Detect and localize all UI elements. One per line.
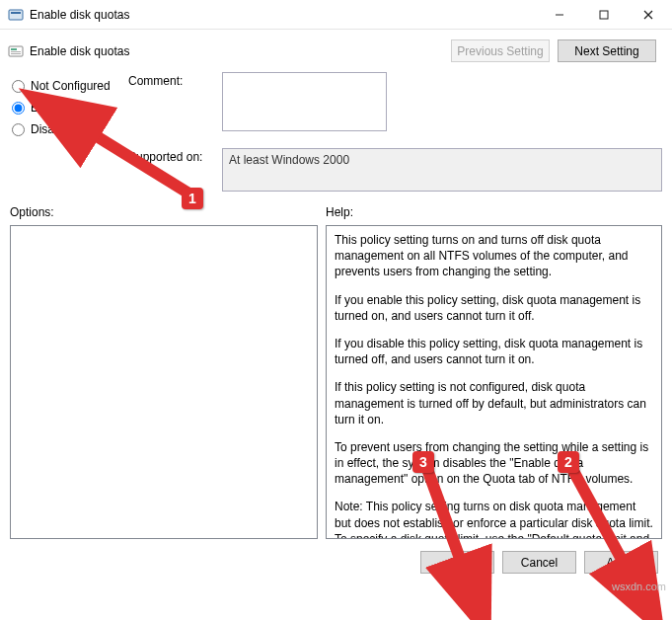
window-controls <box>537 0 670 29</box>
comment-input[interactable] <box>222 72 387 131</box>
cancel-button[interactable]: Cancel <box>502 551 576 574</box>
help-paragraph: Note: This policy setting turns on disk … <box>335 499 653 539</box>
radio-not-configured-input[interactable] <box>12 80 25 93</box>
help-paragraph: To prevent users from changing the setti… <box>335 439 653 488</box>
radio-not-configured[interactable]: Not Configured <box>10 75 128 97</box>
help-paragraph: If this policy setting is not configured… <box>335 379 653 427</box>
supported-on-label: Supported on: <box>128 148 222 164</box>
close-button[interactable] <box>626 0 670 29</box>
help-label: Help: <box>326 205 662 219</box>
svg-rect-3 <box>600 11 608 19</box>
radio-enabled-input[interactable] <box>12 102 25 115</box>
window-title: Enable disk quotas <box>30 8 537 22</box>
radio-disabled[interactable]: Disabled <box>10 118 128 140</box>
svg-rect-8 <box>11 51 21 52</box>
options-pane <box>10 225 318 539</box>
previous-setting-button[interactable]: Previous Setting <box>451 39 550 62</box>
titlebar: Enable disk quotas <box>0 0 672 30</box>
help-paragraph: If you disable this policy setting, disk… <box>335 336 653 367</box>
radio-disabled-input[interactable] <box>12 123 25 136</box>
supported-on-value: At least Windows 2000 <box>222 148 662 192</box>
state-radio-group: Not Configured Enabled Disabled <box>10 72 128 195</box>
radio-not-configured-label: Not Configured <box>31 79 111 93</box>
help-paragraph: If you enable this policy setting, disk … <box>335 292 653 324</box>
options-label: Options: <box>10 205 326 219</box>
help-paragraph: This policy setting turns on and turns o… <box>335 232 653 280</box>
help-pane[interactable]: This policy setting turns on and turns o… <box>326 225 662 539</box>
dialog-buttons: OK Cancel Apply <box>0 539 672 585</box>
minimize-button[interactable] <box>537 0 581 29</box>
radio-enabled-label: Enabled <box>31 101 74 115</box>
comment-label: Comment: <box>128 72 222 88</box>
svg-rect-0 <box>9 10 23 20</box>
apply-button[interactable]: Apply <box>584 551 658 574</box>
policy-icon <box>8 43 24 59</box>
svg-rect-1 <box>11 12 21 14</box>
svg-rect-9 <box>11 53 21 54</box>
app-icon <box>8 7 24 23</box>
header-bar: Enable disk quotas Previous Setting Next… <box>0 30 672 72</box>
next-setting-button[interactable]: Next Setting <box>558 39 656 62</box>
ok-button[interactable]: OK <box>420 551 494 574</box>
maximize-button[interactable] <box>581 0 626 29</box>
radio-enabled[interactable]: Enabled <box>10 97 128 118</box>
radio-disabled-label: Disabled <box>31 122 77 136</box>
svg-rect-7 <box>11 48 17 50</box>
policy-title: Enable disk quotas <box>30 44 451 58</box>
